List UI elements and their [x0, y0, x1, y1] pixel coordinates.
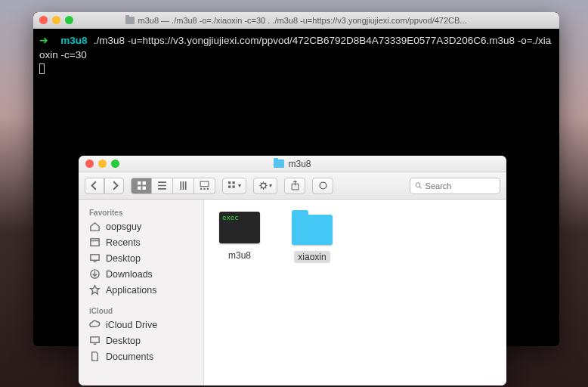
finder-title: m3u8 [288, 159, 311, 169]
svg-rect-4 [200, 181, 209, 187]
svg-point-12 [261, 183, 266, 188]
sidebar-item-documents[interactable]: Documents [79, 348, 203, 364]
svg-rect-3 [142, 187, 145, 190]
sidebar-item-icloud-desktop[interactable]: Desktop [79, 333, 203, 348]
downloads-icon [89, 268, 101, 280]
gallery-view-button[interactable] [194, 178, 215, 194]
icon-view-button[interactable] [131, 178, 152, 194]
sidebar-item-desktop[interactable]: Desktop [79, 250, 203, 266]
search-icon [415, 181, 422, 190]
finder-toolbar: ▾ ▾ [79, 172, 506, 200]
zoom-icon[interactable] [65, 16, 73, 24]
sidebar-item-label: Downloads [106, 269, 153, 280]
svg-rect-19 [91, 337, 99, 343]
share-group [284, 178, 305, 194]
column-view-button[interactable] [173, 178, 194, 194]
terminal-command: ./m3u8 -u=https://v3.yongjiujiexi.com/pp… [39, 35, 551, 60]
minimize-icon[interactable] [52, 16, 60, 24]
tags-group [312, 178, 333, 194]
sidebar-item-label: iCloud Drive [106, 320, 157, 330]
file-grid[interactable]: m3u8 xiaoxin [204, 200, 506, 385]
chevron-down-icon: ▾ [269, 182, 272, 189]
svg-rect-0 [138, 181, 141, 184]
search-input[interactable] [426, 181, 495, 190]
prompt-arrow-icon: ➜ [39, 35, 48, 46]
sidebar-item-applications[interactable]: Applications [79, 282, 203, 298]
home-icon [89, 221, 101, 232]
file-item-m3u8[interactable]: m3u8 [219, 212, 260, 262]
sidebar-item-label: Desktop [106, 253, 141, 264]
terminal-title: m3u8 — ./m3u8 -o=./xiaoxin -c=30 . ./m3u… [138, 16, 466, 25]
svg-rect-16 [91, 239, 99, 246]
window-controls [39, 16, 73, 24]
svg-rect-2 [138, 187, 141, 190]
svg-rect-8 [228, 181, 231, 184]
finder-window: m3u8 ▾ ▾ Favorites [79, 156, 506, 385]
folder-icon [274, 159, 284, 168]
prompt-directory: m3u8 [60, 35, 87, 46]
share-button[interactable] [284, 178, 305, 194]
file-label: m3u8 [224, 249, 255, 262]
sidebar-item-oopsguy[interactable]: oopsguy [79, 218, 203, 234]
zoom-icon[interactable] [111, 159, 119, 168]
folder-icon [292, 215, 333, 245]
view-mode-group [131, 178, 215, 194]
svg-point-14 [320, 182, 326, 189]
svg-rect-1 [142, 181, 145, 184]
forward-button[interactable] [104, 178, 124, 194]
svg-rect-11 [233, 186, 235, 188]
svg-rect-7 [207, 188, 209, 190]
arrange-group: ▾ [222, 178, 246, 194]
search-field[interactable] [410, 178, 500, 194]
sidebar-header-favorites: Favorites [79, 206, 203, 218]
close-icon[interactable] [39, 16, 48, 24]
sidebar-item-label: Documents [106, 351, 153, 362]
svg-rect-9 [233, 181, 235, 184]
documents-icon [89, 351, 101, 362]
close-icon[interactable] [85, 159, 94, 168]
sidebar-item-recents[interactable]: Recents [79, 234, 203, 250]
cloud-icon [89, 319, 101, 330]
finder-titlebar[interactable]: m3u8 [79, 156, 506, 172]
svg-rect-5 [200, 188, 202, 190]
terminal-titlebar[interactable]: m3u8 — ./m3u8 -o=./xiaoxin -c=30 . ./m3u… [33, 12, 559, 29]
sidebar-item-downloads[interactable]: Downloads [79, 266, 203, 282]
sidebar-item-icloud-drive[interactable]: iCloud Drive [79, 317, 203, 333]
nav-buttons [85, 178, 124, 194]
tags-button[interactable] [312, 178, 333, 194]
svg-point-15 [416, 183, 420, 187]
svg-rect-6 [203, 188, 205, 190]
sidebar-item-label: oopsguy [106, 221, 141, 232]
sidebar-header-icloud: iCloud [79, 304, 203, 317]
desktop-icon [89, 335, 101, 346]
svg-rect-17 [91, 255, 99, 261]
recents-icon [89, 237, 101, 248]
sidebar-item-label: Recents [106, 237, 141, 248]
sidebar-item-label: Applications [106, 285, 156, 296]
desktop-icon [89, 252, 101, 264]
applications-icon [89, 284, 101, 296]
exec-icon [219, 212, 260, 243]
folder-icon [125, 17, 135, 24]
arrange-button[interactable]: ▾ [222, 178, 246, 194]
svg-rect-10 [228, 186, 231, 188]
file-label: xiaoxin [294, 251, 330, 263]
cursor-icon [39, 63, 45, 74]
back-button[interactable] [85, 178, 104, 194]
action-group: ▾ [253, 178, 277, 194]
action-button[interactable]: ▾ [253, 178, 277, 194]
terminal-body[interactable]: ➜ m3u8 ./m3u8 -u=https://v3.yongjiujiexi… [33, 29, 559, 82]
list-view-button[interactable] [152, 178, 173, 194]
window-controls [85, 159, 119, 168]
chevron-down-icon: ▾ [238, 182, 241, 189]
sidebar-item-label: Desktop [106, 336, 141, 346]
sidebar: Favorites oopsguy Recents Desktop Downlo… [79, 200, 204, 385]
file-item-xiaoxin[interactable]: xiaoxin [292, 212, 333, 263]
minimize-icon[interactable] [98, 159, 107, 168]
